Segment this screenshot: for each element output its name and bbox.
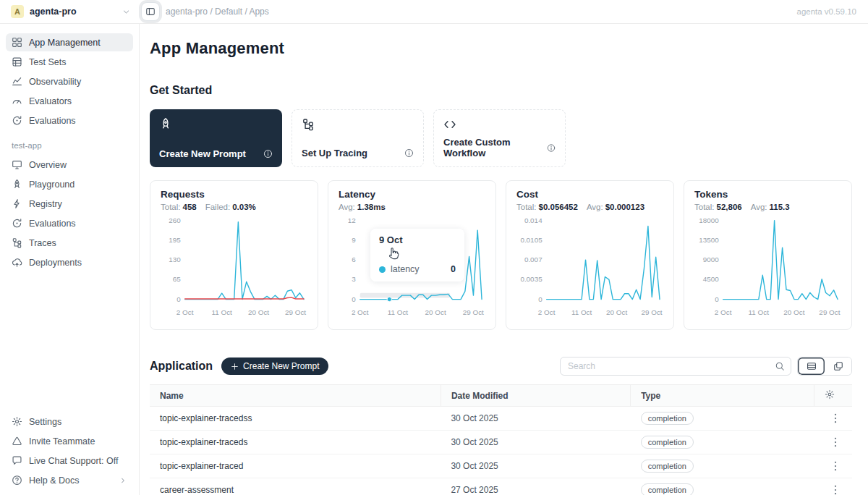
- application-header: Application Create New Prompt: [150, 357, 852, 376]
- sidebar-item-live-chat-support[interactable]: Live Chat Support: Off: [6, 452, 133, 470]
- svg-text:9000: 9000: [703, 255, 720, 263]
- table-row[interactable]: topic-explainer-traced 30 Oct 2025 compl…: [150, 454, 852, 478]
- sidebar-item-playground[interactable]: Playground: [6, 175, 133, 193]
- search-box: [560, 357, 791, 376]
- sidebar-item-label: Registry: [29, 199, 62, 209]
- sidebar-item-label: Evaluations: [29, 116, 76, 126]
- svg-text:29 Oct: 29 Oct: [285, 308, 306, 316]
- main-content: App Management Get Started Create New Pr…: [140, 24, 868, 495]
- card-view-button[interactable]: [825, 358, 851, 375]
- svg-text:195: 195: [169, 236, 181, 244]
- sidebar-item-observability[interactable]: Observability: [6, 72, 133, 90]
- column-header-type[interactable]: Type: [631, 385, 814, 407]
- svg-text:130: 130: [169, 255, 181, 263]
- workspace-avatar: A: [11, 5, 24, 18]
- breadcrumb: agenta-pro / Default / Apps: [166, 7, 269, 17]
- workspace-selector[interactable]: A agenta-pro: [0, 5, 140, 18]
- svg-text:0.007: 0.007: [524, 255, 542, 263]
- table-row[interactable]: topic-explainer-tracedss 30 Oct 2025 com…: [150, 407, 852, 431]
- rocket-icon: [12, 179, 22, 190]
- column-header-name[interactable]: Name: [150, 385, 441, 407]
- table-view-button[interactable]: [798, 358, 825, 375]
- sidebar-item-app-evaluations[interactable]: Evaluations: [6, 214, 133, 232]
- sidebar-item-traces[interactable]: Traces: [6, 234, 133, 252]
- svg-text:18000: 18000: [699, 216, 719, 224]
- sidebar-item-app-management[interactable]: App Management: [6, 33, 133, 51]
- app-date: 27 Oct 2025: [441, 478, 630, 495]
- sidebar-item-registry[interactable]: Registry: [6, 195, 133, 213]
- card-label: Create New Prompt: [159, 148, 246, 159]
- svg-text:11 Oct: 11 Oct: [388, 308, 409, 316]
- svg-text:3: 3: [352, 275, 356, 283]
- chart-title: Cost: [516, 189, 663, 200]
- app-date: 30 Oct 2025: [441, 431, 630, 454]
- legend-dot: [379, 266, 386, 273]
- info-icon[interactable]: [547, 143, 556, 153]
- create-new-prompt-button[interactable]: Create New Prompt: [221, 358, 328, 375]
- chart-stats: Total:52,806 Avg:115.3: [694, 203, 841, 211]
- row-menu-dots-icon[interactable]: [829, 483, 842, 495]
- topbar: A agenta-pro agenta-pro / Default / Apps…: [0, 0, 868, 24]
- sidebar-item-overview[interactable]: Overview: [6, 156, 133, 174]
- sidebar-item-label: Traces: [29, 238, 56, 248]
- sidebar-item-label: Evaluators: [29, 96, 72, 106]
- tooltip-value: 0: [451, 264, 456, 274]
- hand-cursor-icon: [386, 246, 401, 261]
- card-view-icon: [833, 361, 843, 371]
- table-row[interactable]: topic-explainer-traceds 30 Oct 2025 comp…: [150, 431, 852, 454]
- card-label: Set Up Tracing: [302, 148, 367, 158]
- trace-tree-icon: [302, 118, 315, 131]
- table-settings-gear-icon[interactable]: [825, 389, 835, 399]
- sidebar-item-test-sets[interactable]: Test Sets: [6, 53, 133, 71]
- chart-line-icon: [12, 76, 22, 87]
- svg-text:0: 0: [176, 295, 181, 303]
- row-menu-dots-icon[interactable]: [829, 460, 842, 473]
- info-icon[interactable]: [263, 149, 273, 158]
- column-header-date-modified[interactable]: Date Modified: [441, 385, 630, 407]
- app-date: 30 Oct 2025: [441, 454, 630, 478]
- sidebar-item-label: Settings: [29, 417, 61, 427]
- app-name: career-assessment: [150, 478, 441, 495]
- info-icon[interactable]: [404, 148, 414, 158]
- svg-text:2 Oct: 2 Oct: [176, 308, 194, 316]
- row-menu-dots-icon[interactable]: [829, 412, 842, 425]
- gear-icon: [12, 416, 22, 427]
- create-custom-workflow-card[interactable]: Create Custom Workflow: [433, 109, 566, 167]
- create-new-prompt-card[interactable]: Create New Prompt: [150, 109, 282, 167]
- sidebar-item-invite-teammate[interactable]: Invite Teammate: [6, 432, 133, 450]
- svg-text:0.0035: 0.0035: [520, 275, 542, 283]
- svg-text:4500: 4500: [703, 275, 720, 283]
- type-badge: completion: [641, 483, 694, 495]
- svg-text:6: 6: [352, 255, 356, 263]
- workspace-name: agenta-pro: [30, 7, 116, 17]
- svg-text:0.0105: 0.0105: [520, 236, 542, 244]
- table-row[interactable]: career-assessment 27 Oct 2025 completion: [150, 478, 852, 495]
- requests-chart-card: Requests Total:458 Failed:0.03% 26019513…: [150, 180, 318, 330]
- rocket-icon: [159, 117, 172, 130]
- search-input[interactable]: [560, 357, 791, 376]
- sidebar-item-help-docs[interactable]: Help & Docs: [6, 471, 133, 489]
- chart-stats: Avg:1.38ms: [339, 203, 485, 211]
- sidebar-item-evaluations[interactable]: Evaluations: [6, 111, 133, 130]
- search-icon[interactable]: [775, 361, 785, 371]
- get-started-heading: Get Started: [150, 84, 852, 97]
- sidebar-item-settings[interactable]: Settings: [6, 412, 133, 431]
- chart-title: Requests: [161, 189, 307, 200]
- sidebar-item-deployments[interactable]: Deployments: [6, 253, 133, 271]
- svg-text:29 Oct: 29 Oct: [463, 308, 484, 316]
- sidebar-toggle-button[interactable]: [141, 2, 160, 21]
- sidebar-item-label: Evaluations: [29, 219, 76, 229]
- svg-text:13500: 13500: [699, 236, 719, 244]
- sidebar-item-label: Test Sets: [29, 57, 66, 67]
- svg-text:0: 0: [352, 295, 356, 303]
- row-menu-dots-icon[interactable]: [829, 436, 842, 449]
- sidebar: App Management Test Sets Observability E…: [0, 24, 140, 495]
- chart-title: Latency: [339, 189, 485, 200]
- tokens-chart-card: Tokens Total:52,806 Avg:115.3 1800013500…: [684, 180, 852, 330]
- set-up-tracing-card[interactable]: Set Up Tracing: [292, 109, 424, 167]
- sidebar-item-evaluators[interactable]: Evaluators: [6, 92, 133, 110]
- gauge-icon: [12, 96, 22, 106]
- monitor-icon: [12, 159, 22, 170]
- svg-text:0.014: 0.014: [524, 216, 542, 224]
- sidebar-section-label: test-app: [12, 141, 139, 150]
